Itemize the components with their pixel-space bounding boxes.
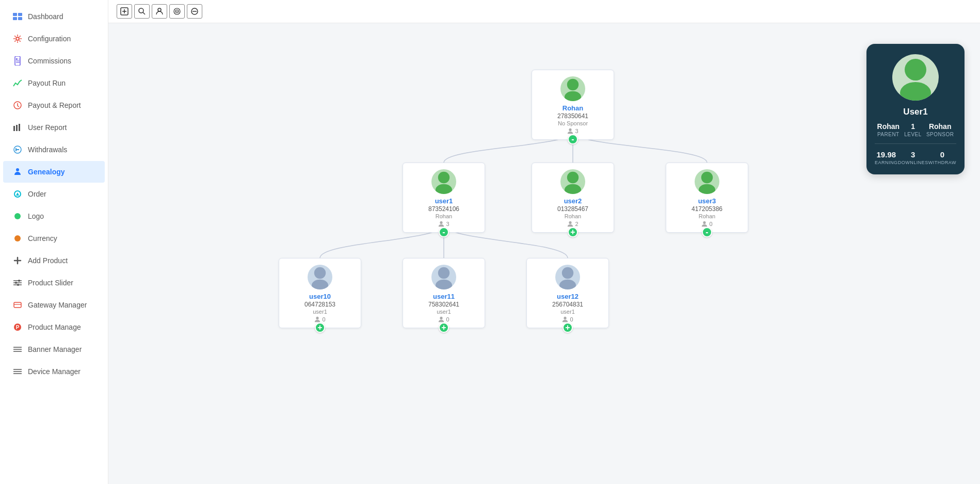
svg-point-48 [565, 91, 581, 101]
sidebar-item-payout-run[interactable]: Payout Run [3, 72, 105, 94]
node-toggle-user11[interactable]: + [439, 322, 449, 333]
sidebar-item-label-dashboard: Dashboard [28, 12, 63, 21]
minus-circle-toolbar-button[interactable] [187, 4, 202, 19]
node-id-user10: 064728153 [304, 301, 335, 308]
user-info-card: User1RohanParent1LEVELRohanSponsor19.98E… [866, 44, 965, 174]
card-stat-val: 1 [911, 122, 915, 131]
tree-node-Rohan[interactable]: Rohan278350641No Sponsor 3- [532, 70, 614, 140]
sidebar-item-label-banner-manager: Banner Manager [28, 345, 82, 353]
svg-point-59 [314, 267, 326, 279]
svg-point-53 [567, 172, 579, 183]
node-toggle-user12[interactable]: + [563, 322, 573, 333]
card-stat-val: Rohan [877, 122, 900, 131]
sidebar-item-product-manage[interactable]: PProduct Manage [3, 316, 105, 338]
withdrawals-icon [12, 144, 23, 155]
card-nums-row: 19.98EARNING3DOWNLINES0WITHDRAW [875, 150, 956, 165]
svg-point-61 [316, 317, 319, 319]
tree-node-user12[interactable]: user12256704831user1 0+ [526, 258, 609, 328]
card-stat-lbl: Parent [877, 132, 899, 137]
sidebar-item-commissions[interactable]: Commissions [3, 50, 105, 72]
svg-point-58 [703, 221, 706, 224]
product-slider-icon [12, 278, 23, 288]
sidebar-item-add-product[interactable]: Add Product [3, 250, 105, 271]
card-num-value: 0 [940, 150, 944, 159]
sidebar-item-order[interactable]: Order [3, 183, 105, 205]
svg-point-44 [176, 11, 178, 12]
node-avatar-Rohan [560, 76, 585, 101]
sidebar-item-dashboard[interactable]: Dashboard [3, 6, 105, 27]
svg-point-17 [16, 168, 19, 171]
svg-point-39 [139, 8, 143, 13]
tree-node-user11[interactable]: user11758302641user1 0+ [403, 258, 485, 328]
svg-rect-6 [16, 58, 18, 60]
sidebar-item-payout-report[interactable]: Payout & Report [3, 94, 105, 116]
card-avatar [892, 54, 939, 101]
sidebar-item-label-payout-run: Payout Run [28, 79, 66, 87]
sidebar-item-device-manager[interactable]: Device Manager [3, 361, 105, 382]
node-toggle-user10[interactable]: + [315, 322, 325, 333]
node-avatar-user3 [695, 169, 719, 194]
svg-point-67 [564, 317, 567, 319]
svg-rect-12 [16, 125, 18, 131]
svg-point-56 [701, 172, 713, 183]
tree-node-user10[interactable]: user10064728153user1 0+ [279, 258, 361, 328]
sidebar-item-label-device-manager: Device Manager [28, 367, 81, 376]
add-toolbar-button[interactable] [117, 4, 132, 19]
tree-node-user2[interactable]: user2013285467Rohan 2+ [532, 163, 614, 233]
svg-point-52 [440, 221, 443, 224]
svg-point-68 [905, 59, 926, 80]
svg-point-49 [569, 128, 572, 131]
svg-marker-19 [16, 192, 19, 196]
tree-node-user1[interactable]: user1873524106Rohan 3- [403, 163, 485, 233]
node-count-user1: 3 [438, 221, 449, 227]
user-report-icon [12, 122, 23, 133]
toolbar [108, 0, 980, 23]
sidebar-item-currency[interactable]: Currency [3, 228, 105, 249]
svg-point-64 [440, 317, 443, 319]
search-toolbar-button[interactable] [134, 4, 150, 19]
svg-point-21 [14, 235, 21, 241]
gateway-manager-icon [12, 300, 23, 310]
tree-area: Rohan278350641No Sponsor 3- user18735241… [108, 23, 980, 484]
svg-point-54 [565, 184, 581, 194]
tree-node-user3[interactable]: user3417205386Rohan 0- [666, 163, 748, 233]
card-stat-parent: RohanParent [877, 122, 900, 137]
svg-point-69 [900, 82, 931, 101]
sidebar-item-gateway-manager[interactable]: Gateway Manager [3, 294, 105, 316]
sidebar: DashboardConfigurationCommissionsPayout … [0, 0, 108, 484]
node-sponsor-user2: Rohan [565, 213, 581, 219]
node-toggle-Rohan[interactable]: - [568, 134, 578, 144]
svg-point-20 [14, 213, 21, 219]
node-avatar-user1 [431, 169, 456, 194]
sidebar-item-logo[interactable]: Logo [3, 205, 105, 227]
node-toggle-user3[interactable]: - [702, 227, 712, 237]
card-num-withdraw: 0WITHDRAW [928, 150, 956, 165]
node-name-user11: user11 [433, 293, 455, 300]
svg-point-47 [567, 79, 579, 90]
sidebar-item-user-report[interactable]: User Report [3, 117, 105, 138]
node-toggle-user1[interactable]: - [439, 227, 449, 237]
sidebar-item-label-product-slider: Product Slider [28, 279, 73, 287]
sidebar-item-product-slider[interactable]: Product Slider [3, 272, 105, 294]
svg-rect-0 [13, 13, 17, 16]
target-toolbar-button[interactable] [169, 4, 185, 19]
sidebar-item-label-genealogy: Genealogy [28, 168, 65, 176]
sidebar-item-banner-manager[interactable]: Banner Manager [3, 338, 105, 360]
svg-point-4 [16, 37, 19, 40]
node-name-Rohan: Rohan [563, 104, 583, 112]
node-toggle-user2[interactable]: + [568, 227, 578, 237]
person-toolbar-button[interactable] [152, 4, 167, 19]
main-content: Rohan278350641No Sponsor 3- user18735241… [108, 0, 980, 484]
node-name-user1: user1 [435, 197, 453, 205]
sidebar-item-withdrawals[interactable]: Withdrawals [3, 139, 105, 160]
svg-point-66 [559, 280, 576, 289]
svg-text:P: P [16, 325, 20, 330]
svg-point-51 [436, 184, 452, 194]
sidebar-item-configuration[interactable]: Configuration [3, 28, 105, 50]
node-sponsor-Rohan: No Sponsor [558, 120, 588, 126]
card-stat-sponsor: RohanSponsor [926, 122, 954, 137]
sidebar-item-genealogy[interactable]: Genealogy [3, 161, 105, 183]
sidebar-item-label-order: Order [28, 190, 46, 198]
node-count-user11: 0 [438, 316, 449, 322]
card-username: User1 [903, 107, 927, 117]
